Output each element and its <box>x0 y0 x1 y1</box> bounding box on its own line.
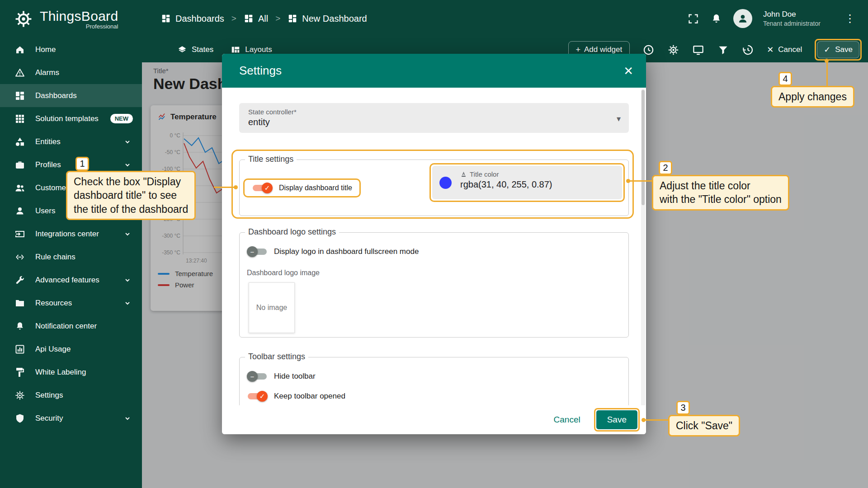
apps-grid-icon <box>14 113 25 124</box>
chevron-down-icon <box>122 160 133 170</box>
breadcrumb-label: New Dashboard <box>302 14 367 24</box>
annotation-step2-connector <box>628 180 652 182</box>
sidebar-item-entities[interactable]: Entities <box>0 130 142 153</box>
sidebar-item-advanced-features[interactable]: Advanced features <box>0 268 142 291</box>
dashboards-icon <box>244 14 254 23</box>
dashboards-icon <box>161 14 171 23</box>
annotation-step1-callout: Check the box "Display dashboard title" … <box>66 171 196 220</box>
dialog-title: Settings <box>239 64 282 78</box>
breadcrumb-label: Dashboards <box>175 14 224 24</box>
breadcrumb-separator: > <box>231 14 236 23</box>
annotation-step3-connector <box>644 419 668 421</box>
avatar[interactable] <box>733 9 752 28</box>
toolbar-settings-fieldset: Toolbar settings − Hide toolbar ✓ Keep t… <box>239 357 629 405</box>
logo-image-label: Dashboard logo image <box>247 269 621 277</box>
dashboards-icon <box>14 90 25 101</box>
toggle-label: Hide toolbar <box>274 372 316 381</box>
layers-icon <box>177 45 187 55</box>
person-icon <box>737 13 749 24</box>
sidebar-item-home[interactable]: Home <box>0 38 142 61</box>
input-icon <box>14 229 25 239</box>
no-image-text: No image <box>256 304 287 312</box>
brand-subtitle: Professional <box>86 23 118 30</box>
sidebar-item-white-labeling[interactable]: White Labeling <box>0 361 142 384</box>
layouts-button[interactable]: Layouts <box>231 45 272 55</box>
fullscreen-icon[interactable] <box>687 13 699 25</box>
keep-toolbar-opened-toggle[interactable]: ✓ <box>247 391 268 402</box>
brand-name: ThingsBoard <box>40 9 118 24</box>
dialog-body: State controller* entity ▾ Title setting… <box>222 88 646 405</box>
sidebar: ThingsBoard Professional Home Alarms Das… <box>0 0 142 488</box>
layout-grid-icon <box>231 45 241 55</box>
state-controller-select[interactable]: State controller* entity ▾ <box>239 103 629 133</box>
keep-toolbar-row: ✓ Keep toolbar opened <box>247 386 621 405</box>
display-logo-toggle[interactable]: − <box>247 246 268 257</box>
dialog-footer: Cancel Save <box>222 405 646 434</box>
field-value: entity <box>248 117 607 127</box>
toggle-thumb: − <box>247 246 258 257</box>
sidebar-item-resources[interactable]: Resources <box>0 291 142 314</box>
sidebar-item-alarms[interactable]: Alarms <box>0 61 142 84</box>
annotation-step4-connector <box>826 61 828 87</box>
check-icon: ✓ <box>824 46 830 54</box>
chevron-down-icon <box>122 298 133 309</box>
notifications-bell-icon[interactable] <box>710 13 722 25</box>
highlight-toolbar-save: ✓ Save <box>815 39 862 61</box>
sidebar-item-dashboards[interactable]: Dashboards <box>0 84 142 107</box>
toggle-label: Keep toolbar opened <box>274 392 345 401</box>
annotation-step2-dot <box>626 179 630 183</box>
briefcase-icon <box>14 160 25 170</box>
annotation-step2-number: 2 <box>659 161 672 175</box>
display-logo-row: − Display logo in dashboard fullscreen m… <box>247 242 621 262</box>
settings-dialog: Settings ✕ State controller* entity ▾ Ti… <box>222 54 646 434</box>
annotation-step2-callout: Adjust the title color with the "Title c… <box>652 175 789 211</box>
breadcrumb-new-dashboard[interactable]: New Dashboard <box>288 14 367 24</box>
sidebar-item-notification-center[interactable]: Notification center <box>0 314 142 338</box>
field-label: State controller* <box>248 108 607 116</box>
wrench-icon <box>14 275 25 286</box>
thingsboard-logo-icon <box>14 9 33 29</box>
sidebar-item-rule-chains[interactable]: Rule chains <box>0 245 142 268</box>
toggle-label: Display logo in dashboard fullscreen mod… <box>274 247 419 256</box>
toggle-thumb: − <box>247 371 258 382</box>
dialog-save-button[interactable]: Save <box>596 410 637 429</box>
check-icon: ✓ <box>259 392 265 400</box>
annotation-step1-number: 1 <box>75 157 89 171</box>
sidebar-item-solution-templates[interactable]: Solution templates NEW <box>0 107 142 130</box>
toolbar-cancel-button[interactable]: ✕ Cancel <box>767 45 802 54</box>
dashboard-settings-gear-icon[interactable] <box>667 44 679 56</box>
dialog-scrollbar[interactable] <box>641 89 645 432</box>
dialog-cancel-button[interactable]: Cancel <box>554 415 580 425</box>
paint-icon <box>14 367 25 378</box>
display-monitor-icon[interactable] <box>692 44 704 56</box>
sidebar-item-settings[interactable]: Settings <box>0 384 142 407</box>
version-history-icon[interactable] <box>742 44 754 56</box>
breadcrumb-all[interactable]: All <box>244 14 268 24</box>
breadcrumb-dashboards[interactable]: Dashboards <box>161 14 224 24</box>
brand-logo[interactable]: ThingsBoard Professional <box>0 0 142 38</box>
breadcrumb: Dashboards > All > New Dashboard <box>161 14 367 24</box>
user-info: John Doe Tenant administrator <box>763 9 831 28</box>
states-button[interactable]: States <box>177 45 213 55</box>
minus-icon: − <box>250 373 255 380</box>
sidebar-item-api-usage[interactable]: Api Usage <box>0 338 142 361</box>
annotation-step3-dot <box>642 418 646 422</box>
toggle-thumb: ✓ <box>257 391 268 402</box>
sidebar-item-integrations-center[interactable]: Integrations center <box>0 222 142 245</box>
category-icon <box>14 136 25 147</box>
scrollbar-thumb[interactable] <box>642 90 645 205</box>
hide-toolbar-row: − Hide toolbar <box>247 366 621 386</box>
close-icon[interactable]: ✕ <box>623 65 633 77</box>
top-header: Dashboards > All > New Dashboard John Do… <box>142 0 868 37</box>
logo-image-dropzone[interactable]: No image <box>249 282 295 333</box>
sidebar-item-security[interactable]: Security <box>0 407 142 430</box>
person-icon <box>14 206 25 216</box>
chart-box-icon <box>14 344 25 355</box>
header-actions: John Doe Tenant administrator ⋮ <box>687 9 858 28</box>
toolbar-save-button[interactable]: ✓ Save <box>817 41 859 58</box>
filter-funnel-icon[interactable] <box>717 44 729 56</box>
dialog-header: Settings ✕ <box>222 54 646 88</box>
hide-toolbar-toggle[interactable]: − <box>247 371 268 382</box>
kebab-menu-icon[interactable]: ⋮ <box>842 12 858 25</box>
bell-icon <box>14 321 25 332</box>
